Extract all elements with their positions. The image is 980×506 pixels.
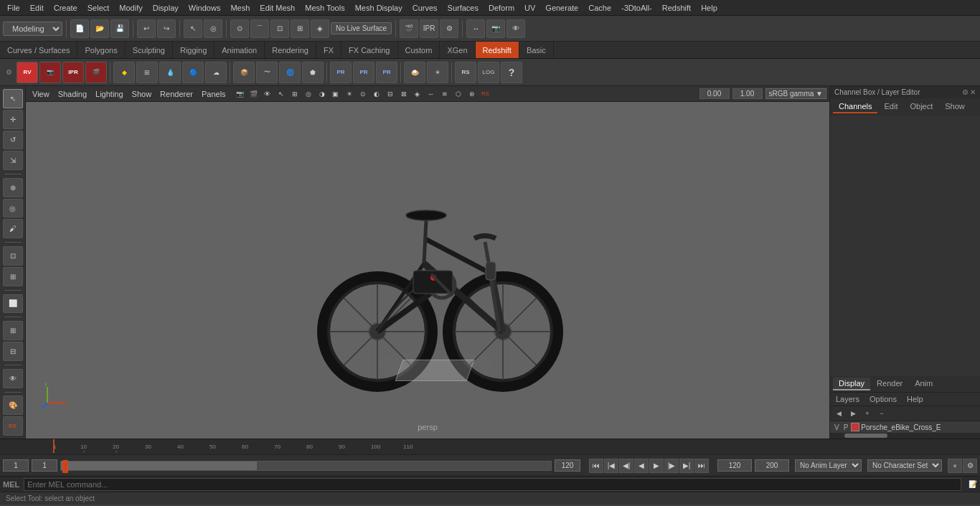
shelf-diamond[interactable]: ◆	[113, 62, 135, 83]
tab-basic[interactable]: Basic	[519, 42, 554, 58]
char-set-settings-btn[interactable]: ⚙	[963, 459, 977, 473]
vp-view-menu[interactable]: View	[29, 89, 53, 99]
menu-deform[interactable]: Deform	[484, 2, 519, 14]
select-btn[interactable]: ↖	[184, 19, 202, 38]
vp-icon-dof[interactable]: ◈	[411, 88, 424, 100]
select-tool-btn[interactable]: ↖	[3, 89, 23, 108]
vp-icon-subdiv[interactable]: ⬡	[452, 88, 465, 100]
menu-meshtools[interactable]: Mesh Tools	[301, 2, 349, 14]
ipr-btn[interactable]: IPR	[420, 19, 438, 38]
tab-rigging[interactable]: Rigging	[173, 42, 215, 58]
vp-icon-grid[interactable]: ⊞	[288, 88, 301, 100]
tab-xgen[interactable]: XGen	[440, 42, 475, 58]
range-end-input[interactable]	[555, 459, 580, 472]
vp-icon-film[interactable]: 🎬	[248, 88, 260, 100]
shelf-poly[interactable]: ⬟	[302, 62, 324, 83]
shelf-sphere[interactable]: 🔵	[182, 62, 204, 83]
dt-tab-anim[interactable]: Anim	[909, 378, 938, 390]
shelf-cloud[interactable]: ☁	[205, 62, 227, 83]
shelf-question[interactable]: ?	[501, 62, 522, 83]
open-file-btn[interactable]: 📂	[90, 19, 109, 38]
save-file-btn[interactable]: 💾	[110, 19, 129, 38]
shelf-grid[interactable]: ⊞	[136, 62, 158, 83]
max-range-input[interactable]	[717, 459, 752, 472]
vp-icon-sel[interactable]: ↖	[275, 88, 288, 100]
snap2d-btn[interactable]: ⊞	[3, 267, 23, 286]
dt-tab-render[interactable]: Render	[871, 378, 908, 390]
vp-icon-light[interactable]: ☀	[343, 88, 356, 100]
shelf-cube[interactable]: 📦	[233, 62, 255, 83]
menu-help[interactable]: Help	[697, 2, 722, 14]
layout-btn2[interactable]: ⊟	[3, 342, 23, 361]
layer-prev-btn[interactable]: ◀	[833, 408, 844, 419]
render-settings-btn[interactable]: ⚙	[440, 19, 458, 38]
cmd-script-editor-btn[interactable]: 📝	[969, 480, 977, 488]
vp-icon-tex[interactable]: ▣	[329, 88, 342, 100]
current-frame-input[interactable]	[3, 459, 29, 472]
tab-curves-surfaces[interactable]: Curves / Surfaces	[0, 42, 77, 58]
layer-scrollbar[interactable]	[830, 433, 980, 439]
dt-tab-display[interactable]: Display	[833, 378, 870, 390]
cb-tab-edit[interactable]: Edit	[878, 100, 903, 113]
layer-add-btn[interactable]: +	[862, 408, 873, 419]
vp-panels-menu[interactable]: Panels	[198, 89, 230, 99]
menu-file[interactable]: File	[3, 2, 24, 14]
soft-mod-btn[interactable]: ◎	[3, 199, 23, 218]
paint-btn[interactable]: 🖌	[3, 219, 23, 238]
playback-play-back[interactable]: ◀	[634, 459, 649, 473]
vp-icon-disp[interactable]: ≋	[438, 88, 451, 100]
vp-icon-ao[interactable]: ◐	[370, 88, 383, 100]
rotate-tool-btn[interactable]: ↺	[3, 131, 23, 150]
camera-btn[interactable]: 📷	[486, 19, 505, 38]
char-set-select[interactable]: No Character Set	[867, 459, 942, 472]
shelf-log[interactable]: LOG	[478, 62, 499, 83]
shelf-rv[interactable]: RV	[17, 62, 38, 83]
snap-toggle-btn[interactable]: ⊡	[3, 246, 23, 266]
playback-to-end[interactable]: ⏭	[694, 459, 709, 473]
menu-surfaces[interactable]: Surfaces	[443, 2, 483, 14]
shelf-pr1[interactable]: PR	[330, 62, 352, 83]
vp-icon-hud[interactable]: ⊟	[384, 88, 397, 100]
shelf-ipr[interactable]: IPR	[62, 62, 84, 83]
shelf-sun[interactable]: ☀	[427, 62, 448, 83]
menu-display[interactable]: Display	[149, 2, 183, 14]
render-btn[interactable]: 🎬	[400, 19, 418, 38]
new-file-btn[interactable]: 📄	[70, 19, 89, 38]
vp-icon-cam[interactable]: 📷	[234, 88, 247, 100]
workspace-selector[interactable]: Modeling	[3, 22, 62, 36]
playhead[interactable]	[53, 439, 55, 453]
vp-colorspace-display[interactable]: sRGB gamma ▼	[765, 88, 826, 99]
shelf-wave[interactable]: 〜	[256, 62, 278, 83]
autokey-btn[interactable]: ●	[948, 459, 962, 473]
vp-icon-mo[interactable]: ↔	[425, 88, 438, 100]
vp-show-menu[interactable]: Show	[128, 89, 156, 99]
vp-icon-shadow[interactable]: ⊙	[357, 88, 369, 100]
snap-surface-btn[interactable]: ⊙	[230, 19, 249, 38]
shelf-cam[interactable]: 📷	[39, 62, 61, 83]
menu-create[interactable]: Create	[50, 2, 82, 14]
vp-scale-field[interactable]	[732, 88, 763, 99]
menu-uv[interactable]: UV	[520, 2, 540, 14]
rs-icon-btn[interactable]: RS	[3, 416, 23, 436]
vp-icon-plug[interactable]: ⊛	[466, 88, 479, 100]
shelf-pr2[interactable]: PR	[353, 62, 374, 83]
tab-fx-caching[interactable]: FX Caching	[341, 42, 397, 58]
layer-scrollbar-thumb[interactable]	[844, 434, 887, 438]
menu-3dtoall[interactable]: -3DtoAll-	[617, 2, 656, 14]
cb-tab-object[interactable]: Object	[904, 100, 938, 113]
timeline[interactable]: 1 10 20 30 40 50 60 70 80 90 100 110	[0, 439, 980, 454]
tab-fx[interactable]: FX	[316, 42, 341, 58]
shelf-rs1[interactable]: RS	[455, 62, 476, 83]
snap-view-btn[interactable]: ◈	[311, 19, 329, 38]
vp-renderer-menu[interactable]: Renderer	[156, 89, 197, 99]
tab-custom[interactable]: Custom	[398, 42, 440, 58]
vp-icon-iso[interactable]: ⊠	[397, 88, 410, 100]
shelf-swirl[interactable]: 🌀	[279, 62, 301, 83]
max-frame-input[interactable]	[755, 459, 789, 472]
vp-icon-wire[interactable]: ◎	[302, 88, 315, 100]
menu-modify[interactable]: Modify	[115, 2, 146, 14]
render-region-btn[interactable]: 🎨	[3, 395, 23, 415]
vp-icon-shd[interactable]: ◑	[316, 88, 329, 100]
vp-lighting-menu[interactable]: Lighting	[92, 89, 127, 99]
shelf-render[interactable]: 🎬	[85, 62, 107, 83]
